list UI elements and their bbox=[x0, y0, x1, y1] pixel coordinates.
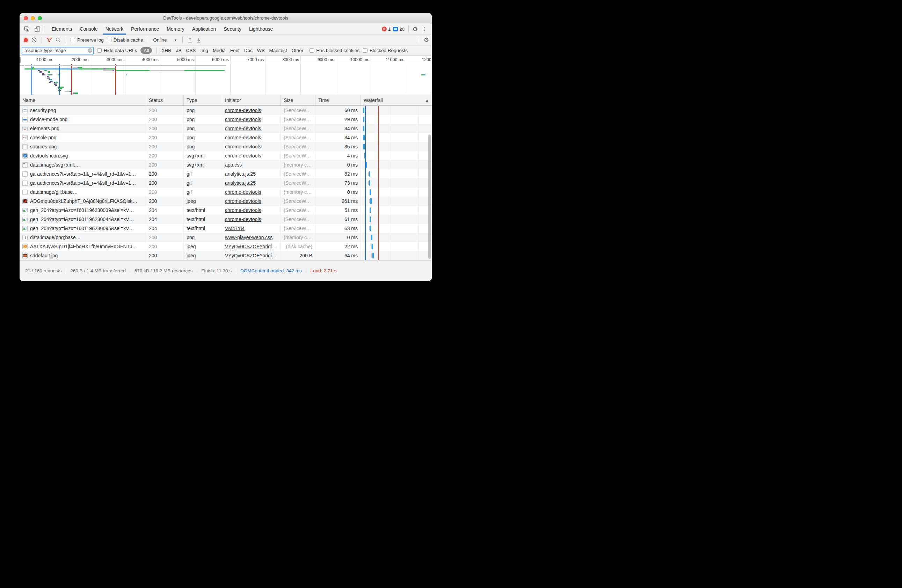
filter-chip-font[interactable]: Font bbox=[230, 48, 240, 53]
time-cell: 35 ms bbox=[315, 142, 361, 151]
status-segment: DOMContentLoaded: 342 ms bbox=[236, 268, 306, 274]
table-row[interactable]: data:image/png;base…200pngwww-player-web… bbox=[20, 233, 432, 242]
filter-chip-media[interactable]: Media bbox=[213, 48, 226, 53]
network-overview-timeline[interactable]: 1000 ms2000 ms3000 ms4000 ms5000 ms6000 … bbox=[20, 56, 432, 95]
column-header-initiator[interactable]: Initiator bbox=[222, 95, 281, 105]
status-cell: 200 bbox=[146, 233, 184, 242]
filter-chip-img[interactable]: Img bbox=[200, 48, 208, 53]
tab-elements[interactable]: Elements bbox=[48, 23, 76, 34]
initiator-link[interactable]: chrome-devtools bbox=[225, 108, 261, 113]
initiator-link[interactable]: chrome-devtools bbox=[225, 198, 261, 204]
filter-chip-css[interactable]: CSS bbox=[186, 48, 196, 53]
network-settings-gear-icon[interactable]: ⚙ bbox=[424, 37, 429, 43]
filter-funnel-icon[interactable] bbox=[47, 38, 52, 43]
initiator-link[interactable]: chrome-devtools bbox=[225, 144, 261, 149]
initiator-link[interactable]: app.css bbox=[225, 162, 242, 167]
tab-console[interactable]: Console bbox=[76, 23, 101, 34]
tab-network[interactable]: Network bbox=[102, 23, 127, 34]
table-row[interactable]: data:image/svg+xml;…200svg+xmlapp.css(me… bbox=[20, 160, 432, 169]
device-toolbar-icon[interactable] bbox=[32, 23, 42, 34]
vertical-scrollbar[interactable] bbox=[428, 134, 431, 259]
column-header-name[interactable]: Name bbox=[20, 95, 146, 105]
preserve-log-checkbox[interactable]: Preserve log bbox=[70, 38, 104, 42]
tab-memory[interactable]: Memory bbox=[163, 23, 188, 34]
table-row[interactable]: AATXAJywSIpD1jf4EbqHXTfbe0mnyHqGFNTu…200… bbox=[20, 242, 432, 251]
initiator-link[interactable]: chrome-devtools bbox=[225, 216, 261, 222]
filter-chip-ws[interactable]: WS bbox=[257, 48, 265, 53]
initiator-link[interactable]: VM47:84 bbox=[225, 225, 244, 231]
table-row[interactable]: data:image/gif;base…200gifchrome-devtool… bbox=[20, 188, 432, 197]
filter-chip-other[interactable]: Other bbox=[291, 48, 303, 53]
size-cell: (ServiceWor… bbox=[281, 106, 315, 115]
blocked-requests-checkbox[interactable]: Blocked Requests bbox=[363, 48, 408, 53]
table-row[interactable]: console.png200pngchrome-devtools(Service… bbox=[20, 133, 432, 142]
time-cell: 34 ms bbox=[315, 133, 361, 142]
filter-input[interactable] bbox=[22, 47, 94, 55]
minimize-button[interactable] bbox=[31, 16, 35, 20]
initiator-link[interactable]: chrome-devtools bbox=[225, 153, 261, 158]
column-header-waterfall[interactable]: Waterfall▲ bbox=[361, 95, 432, 105]
status-code: 204 bbox=[149, 207, 157, 213]
filter-chip-manifest[interactable]: Manifest bbox=[269, 48, 287, 53]
overview-grip-handle[interactable] bbox=[20, 57, 20, 63]
table-row[interactable]: devtools-icon.svg200svg+xmlchrome-devtoo… bbox=[20, 151, 432, 160]
filter-chip-js[interactable]: JS bbox=[176, 48, 182, 53]
initiator-link[interactable]: VYyQv0CSZOE?origin… bbox=[225, 244, 278, 249]
table-row[interactable]: gen_204?atyp=i&zx=1601196230095&sei=xV…2… bbox=[20, 224, 432, 233]
initiator-link[interactable]: chrome-devtools bbox=[225, 126, 261, 131]
table-row[interactable]: device-mode.png200pngchrome-devtools(Ser… bbox=[20, 115, 432, 124]
initiator-link[interactable]: www-player-webp.css bbox=[225, 235, 272, 240]
filter-chip-doc[interactable]: Doc bbox=[244, 48, 252, 53]
search-icon[interactable] bbox=[55, 37, 61, 43]
initiator-link[interactable]: chrome-devtools bbox=[225, 117, 261, 122]
message-badge[interactable]: 20 bbox=[393, 27, 404, 32]
waterfall-cell bbox=[361, 188, 432, 197]
table-row[interactable]: ga-audiences?t=sr&aip=1&_r=4&slf_rd=1&v=… bbox=[20, 169, 432, 178]
disable-cache-checkbox[interactable]: Disable cache bbox=[107, 38, 143, 42]
table-row[interactable]: gen_204?atyp=i&zx=1601196230044&sei=xV…2… bbox=[20, 215, 432, 224]
column-header-status[interactable]: Status bbox=[146, 95, 184, 105]
zoom-button[interactable] bbox=[38, 16, 42, 20]
filter-chip-all[interactable]: All bbox=[141, 47, 152, 54]
import-har-icon[interactable] bbox=[187, 37, 193, 43]
status-cell: 200 bbox=[146, 160, 184, 169]
has-blocked-cookies-checkbox[interactable]: Has blocked cookies bbox=[310, 48, 359, 53]
tab-performance[interactable]: Performance bbox=[127, 23, 163, 34]
clear-filter-icon[interactable]: ✕ bbox=[88, 48, 92, 53]
settings-gear-icon[interactable]: ⚙ bbox=[413, 26, 418, 32]
filter-chip-xhr[interactable]: XHR bbox=[161, 48, 172, 53]
table-row[interactable]: sddefault.jpg200jpegVYyQv0CSZOE?origin…2… bbox=[20, 251, 432, 260]
table-row[interactable]: gen_204?atyp=i&zx=1601196230039&sei=xV…2… bbox=[20, 206, 432, 215]
initiator-link[interactable]: analytics.js:25 bbox=[225, 180, 256, 186]
more-options-icon[interactable]: ⋮ bbox=[420, 26, 428, 32]
initiator-cell: chrome-devtools bbox=[222, 151, 281, 160]
table-row[interactable]: ga-audiences?t=sr&aip=1&_r=4&slf_rd=1&v=… bbox=[20, 178, 432, 188]
column-header-type[interactable]: Type bbox=[184, 95, 222, 105]
initiator-link[interactable]: chrome-devtools bbox=[225, 135, 261, 140]
table-row[interactable]: security.png200pngchrome-devtools(Servic… bbox=[20, 106, 432, 115]
status-cell: 200 bbox=[146, 197, 184, 206]
hide-data-urls-checkbox[interactable]: Hide data URLs bbox=[97, 48, 137, 53]
throttling-select[interactable]: Online ▼ bbox=[153, 38, 178, 42]
clear-icon[interactable] bbox=[31, 37, 37, 43]
record-button[interactable] bbox=[24, 38, 28, 42]
error-badge[interactable]: ✕ 1 bbox=[382, 27, 391, 32]
initiator-link[interactable]: VYyQv0CSZOE?origin… bbox=[225, 253, 278, 258]
overview-request-bar bbox=[50, 82, 51, 83]
column-header-time[interactable]: Time bbox=[315, 95, 361, 105]
column-header-size[interactable]: Size bbox=[281, 95, 315, 105]
table-row[interactable]: sources.png200pngchrome-devtools(Service… bbox=[20, 142, 432, 151]
table-row[interactable]: ADGmqu8qexLZuhphT_0Aj88Ng8riLFKASQlslt…2… bbox=[20, 197, 432, 206]
tab-application[interactable]: Application bbox=[188, 23, 220, 34]
tab-lighthouse[interactable]: Lighthouse bbox=[245, 23, 277, 34]
close-button[interactable] bbox=[24, 16, 28, 20]
tab-security[interactable]: Security bbox=[220, 23, 245, 34]
inspect-element-icon[interactable] bbox=[22, 23, 32, 34]
initiator-link[interactable]: chrome-devtools bbox=[225, 189, 261, 195]
initiator-link[interactable]: chrome-devtools bbox=[225, 207, 261, 213]
time-cell: 63 ms bbox=[315, 224, 361, 233]
export-har-icon[interactable] bbox=[196, 37, 202, 43]
table-row[interactable]: elements.png200pngchrome-devtools(Servic… bbox=[20, 124, 432, 133]
initiator-link[interactable]: analytics.js:25 bbox=[225, 171, 256, 177]
ruler-tick-label: 8000 ms bbox=[282, 57, 301, 62]
